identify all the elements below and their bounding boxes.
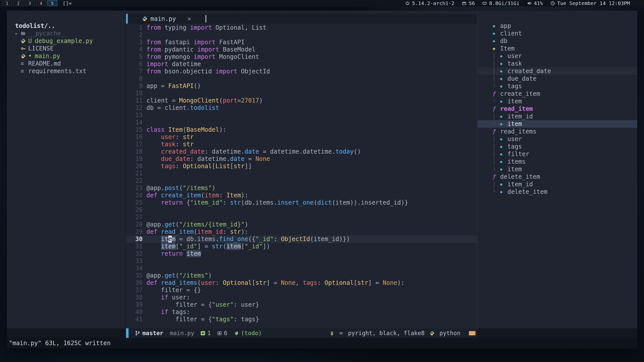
tree-guide: │ [493, 135, 500, 143]
tag-item[interactable]: └◆item [477, 120, 637, 128]
tag-label: item_id [507, 180, 533, 188]
tag-app[interactable]: ◆app [477, 22, 637, 30]
tag-tags[interactable]: └◆tags [477, 82, 637, 90]
tag-read_item[interactable]: ƒread_item [477, 105, 637, 113]
python-filetype-icon [430, 331, 434, 336]
tag-filter[interactable]: │◆filter [477, 150, 637, 158]
tag-due_date[interactable]: │◆due_date [477, 75, 637, 82]
virtualenv: (todo) [234, 330, 262, 336]
code-line-12[interactable]: 12db = client.todolist [126, 104, 477, 112]
tree-item-README.md[interactable]: ≡README.md [15, 60, 123, 67]
tag-create_item[interactable]: ƒcreate_item [477, 90, 637, 98]
tag-tags[interactable]: │◆tags [477, 143, 637, 150]
code-line-15[interactable]: 15class Item(BaseModel): [126, 126, 477, 133]
code-line-23[interactable]: 23@app.post("/items") [126, 185, 477, 192]
code-line-8[interactable]: 8 [126, 75, 477, 82]
code-line-26[interactable]: 26 [126, 206, 477, 214]
tag-user[interactable]: │◆user [477, 135, 637, 143]
line-number: 17 [126, 141, 143, 148]
code-line-33[interactable]: 33 [126, 257, 477, 265]
tag-item_id[interactable]: │◆item_id [477, 180, 637, 188]
tag-client[interactable]: ◆client [477, 30, 637, 37]
tag-item_id[interactable]: │◆item_id [477, 113, 637, 120]
variable-icon: ◆ [500, 135, 507, 143]
kernel-version: 5.14.2-arch1-2 [412, 0, 455, 6]
workspace-button-1[interactable]: 1 [2, 1, 12, 6]
code-line-37[interactable]: 37 filter = {} [126, 287, 477, 294]
code-line-6[interactable]: 6import datetime [126, 61, 477, 68]
tag-user[interactable]: │◆user [477, 52, 637, 60]
code-line-28[interactable]: 28@app.get("/items/{item_id}") [126, 221, 477, 228]
tag-label: item [507, 165, 522, 173]
tag-label: tags [507, 82, 522, 90]
code-line-20[interactable]: 20 tags: Optional[List[str]] [126, 163, 477, 170]
code-line-34[interactable]: 34 [126, 265, 477, 272]
statusline-right-pad [477, 328, 637, 338]
code-area[interactable]: 1from typing import Optional, List23from… [126, 24, 477, 328]
workspace-button-5[interactable]: 5 [47, 1, 57, 6]
code-line-30[interactable]: 30 item = db.items.find_one({"_id": Obje… [126, 236, 477, 243]
tag-item[interactable]: └◆item [477, 165, 637, 173]
git-status-badge: • [28, 52, 35, 60]
tag-Item[interactable]: ◆Item [477, 45, 637, 52]
tag-read_items[interactable]: ƒread_items [477, 128, 637, 135]
line-number: 37 [126, 287, 143, 294]
tree-root[interactable]: todolist/.. [15, 22, 123, 30]
tree-guide: │ [493, 67, 500, 75]
code-line-16[interactable]: 16 user: str [126, 133, 477, 141]
tree-item-debug_example.py[interactable]: Udebug_example.py [15, 37, 123, 45]
tag-task[interactable]: │◆task [477, 60, 637, 67]
tag-label: item [507, 98, 522, 105]
code-line-5[interactable]: 5from pymongo import MongoClient [126, 53, 477, 61]
tag-item[interactable]: └◆item [477, 98, 637, 105]
tree-item-requirements.txt[interactable]: ≡requirements.txt [15, 67, 123, 75]
tab-main-py[interactable]: main.py × [142, 15, 191, 22]
variable-icon: ◆ [500, 165, 507, 173]
code-line-3[interactable]: 3from fastapi import FastAPI [126, 39, 477, 46]
variable-icon: ◆ [500, 143, 507, 150]
tree-item-main.py[interactable]: •main.py [15, 52, 123, 60]
code-line-1[interactable]: 1from typing import Optional, List [126, 24, 477, 31]
package-icon [462, 1, 466, 6]
tag-delete_item[interactable]: └◆delete_item [477, 188, 637, 196]
code-line-39[interactable]: 39 filter = {"user": user} [126, 301, 477, 308]
tag-items[interactable]: │◆items [477, 158, 637, 165]
code-line-40[interactable]: 40 if tags: [126, 308, 477, 316]
tag-delete_item[interactable]: ƒdelete_item [477, 173, 637, 180]
code-line-38[interactable]: 38 if user: [126, 294, 477, 301]
code-line-31[interactable]: 31 item["_id"] = str(item["_id"]) [126, 243, 477, 250]
code-line-11[interactable]: 11client = MongoClient(port=27017) [126, 97, 477, 104]
tab-close-button[interactable]: × [187, 15, 191, 22]
code-line-4[interactable]: 4from pydantic import BaseModel [126, 46, 477, 53]
code-line-36[interactable]: 36def read_items(user: Optional[str] = N… [126, 279, 477, 287]
code-line-7[interactable]: 7from bson.objectid import ObjectId [126, 68, 477, 75]
code-line-27[interactable]: 27 [126, 214, 477, 221]
tag-label: create_item [500, 90, 540, 98]
tag-created_date[interactable]: │◆created_date [477, 67, 637, 75]
clock-icon [550, 1, 555, 6]
workspace-button-3[interactable]: 3 [25, 1, 35, 6]
code-line-22[interactable]: 22 [126, 177, 477, 185]
code-line-17[interactable]: 17 task: str [126, 141, 477, 148]
tag-db[interactable]: ◆db [477, 37, 637, 45]
code-line-29[interactable]: 29def read_item(item_id: str): [126, 228, 477, 236]
workspace-button-2[interactable]: 2 [13, 1, 23, 6]
code-line-10[interactable]: 10 [126, 90, 477, 97]
code-line-18[interactable]: 18 created_date: datetime.date = datetim… [126, 148, 477, 155]
code-line-24[interactable]: 24def create_item(item: Item): [126, 192, 477, 199]
code-line-13[interactable]: 13 [126, 112, 477, 119]
code-line-2[interactable]: 2 [126, 31, 477, 39]
code-line-25[interactable]: 25 return {"item_id": str(db.items.inser… [126, 199, 477, 206]
code-line-41[interactable]: 41 filter = {"tags": tags} [126, 316, 477, 323]
line-number: 29 [126, 228, 143, 236]
code-line-32[interactable]: 32 return item [126, 250, 477, 257]
code-line-35[interactable]: 35@app.get("/items") [126, 272, 477, 279]
code-line-14[interactable]: 14 [126, 119, 477, 126]
code-line-19[interactable]: 19 due_date: datetime.date = None [126, 155, 477, 163]
workspace-button-4[interactable]: 4 [36, 1, 46, 6]
line-number: 6 [126, 61, 143, 68]
code-line-9[interactable]: 9app = FastAPI() [126, 82, 477, 90]
code-line-21[interactable]: 21 [126, 170, 477, 177]
tree-item-LICENSE[interactable]: LICENSE [15, 45, 123, 52]
tree-item-__pycache__[interactable]: ▸__pycache__ [15, 30, 123, 37]
